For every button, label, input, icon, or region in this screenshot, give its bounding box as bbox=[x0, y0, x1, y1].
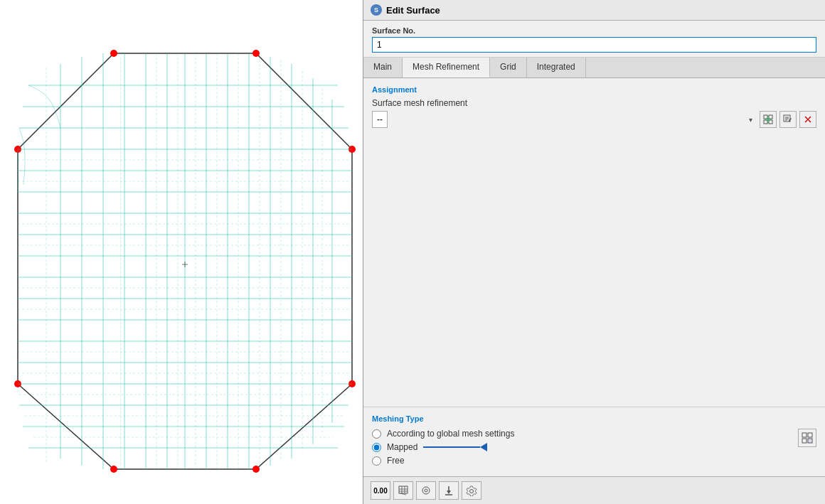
mapped-arrow bbox=[423, 443, 487, 451]
btn-settings[interactable] bbox=[462, 481, 481, 500]
surface-no-input[interactable] bbox=[372, 37, 816, 53]
svg-rect-66 bbox=[764, 115, 767, 119]
surface-no-label: Surface No. bbox=[372, 26, 816, 35]
svg-rect-69 bbox=[769, 120, 772, 124]
radio-mapped[interactable] bbox=[372, 443, 381, 452]
surface-no-section: Surface No. bbox=[363, 21, 825, 58]
viewport bbox=[0, 0, 363, 504]
svg-point-93 bbox=[470, 490, 474, 493]
results-icon: 0.00 bbox=[373, 487, 387, 495]
dialog-icon: S bbox=[371, 4, 382, 16]
surface-icon bbox=[398, 485, 409, 496]
svg-rect-82 bbox=[399, 486, 408, 493]
svg-rect-68 bbox=[764, 120, 767, 124]
radio-global-label[interactable]: According to global mesh settings bbox=[387, 429, 514, 439]
new-refinement-btn[interactable] bbox=[760, 111, 777, 128]
meshing-type-section: Meshing Type According to global mesh se… bbox=[363, 407, 825, 476]
radio-free-label[interactable]: Free bbox=[387, 456, 405, 466]
svg-marker-91 bbox=[447, 490, 451, 494]
dialog-title: Edit Surface bbox=[386, 5, 440, 16]
svg-point-7 bbox=[110, 466, 117, 473]
mesh-refinement-label: Surface mesh refinement bbox=[372, 98, 816, 108]
view-icon bbox=[420, 485, 432, 496]
mesh-refinement-dropdown[interactable]: -- bbox=[372, 111, 388, 128]
svg-point-6 bbox=[252, 466, 260, 473]
assignment-header: Assignment bbox=[372, 85, 816, 94]
btn-view[interactable] bbox=[416, 481, 436, 500]
radio-row-global: According to global mesh settings bbox=[372, 429, 791, 439]
tab-main[interactable]: Main bbox=[363, 58, 403, 77]
tabs-bar: Main Mesh Refinement Grid Integrated bbox=[363, 58, 825, 78]
mesh-refinement-dropdown-wrapper: -- bbox=[372, 111, 757, 128]
svg-rect-67 bbox=[769, 115, 772, 119]
btn-results[interactable]: 0.00 bbox=[371, 481, 390, 500]
meshing-content: According to global mesh settings Mapped bbox=[372, 429, 816, 469]
dialog-body: Surface No. Main Mesh Refinement Grid In… bbox=[363, 21, 825, 476]
svg-point-2 bbox=[110, 50, 117, 57]
bottom-toolbar: 0.00 bbox=[363, 476, 825, 504]
dialog-titlebar: S Edit Surface bbox=[363, 0, 825, 21]
svg-rect-0 bbox=[4, 0, 359, 504]
svg-rect-80 bbox=[802, 439, 807, 443]
radio-mapped-label[interactable]: Mapped bbox=[387, 442, 417, 452]
settings-icon bbox=[466, 485, 477, 496]
radio-global[interactable] bbox=[372, 429, 381, 439]
tab-integrated[interactable]: Integrated bbox=[527, 58, 586, 77]
edit-surface-dialog: S Edit Surface Surface No. Main Mesh Ref… bbox=[363, 0, 825, 504]
mesh-refinement-dropdown-row: -- bbox=[372, 111, 816, 128]
delete-refinement-btn[interactable] bbox=[799, 111, 816, 128]
arrow-line bbox=[423, 446, 480, 448]
radio-row-free: Free bbox=[372, 456, 791, 466]
tab-content-mesh-refinement: Assignment Surface mesh refinement -- bbox=[363, 78, 825, 407]
arrow-head bbox=[480, 443, 487, 451]
meshing-settings-btn[interactable] bbox=[798, 429, 816, 447]
svg-rect-79 bbox=[808, 433, 812, 437]
tab-grid[interactable]: Grid bbox=[490, 58, 527, 77]
btn-surface[interactable] bbox=[393, 481, 413, 500]
mesh-canvas bbox=[0, 0, 363, 504]
meshing-radio-group: According to global mesh settings Mapped bbox=[372, 429, 791, 469]
radio-row-mapped: Mapped bbox=[372, 442, 791, 452]
meshing-type-header: Meshing Type bbox=[372, 414, 816, 423]
svg-point-88 bbox=[422, 487, 430, 494]
svg-rect-81 bbox=[808, 439, 812, 443]
loads-icon bbox=[443, 485, 454, 496]
svg-point-3 bbox=[252, 50, 260, 57]
radio-free[interactable] bbox=[372, 456, 381, 466]
svg-rect-78 bbox=[802, 433, 807, 437]
svg-point-89 bbox=[425, 489, 427, 492]
mesh-refinement-field: Surface mesh refinement -- bbox=[372, 98, 816, 128]
tab-mesh-refinement[interactable]: Mesh Refinement bbox=[403, 58, 490, 77]
btn-loads[interactable] bbox=[439, 481, 459, 500]
edit-refinement-btn[interactable] bbox=[779, 111, 797, 128]
